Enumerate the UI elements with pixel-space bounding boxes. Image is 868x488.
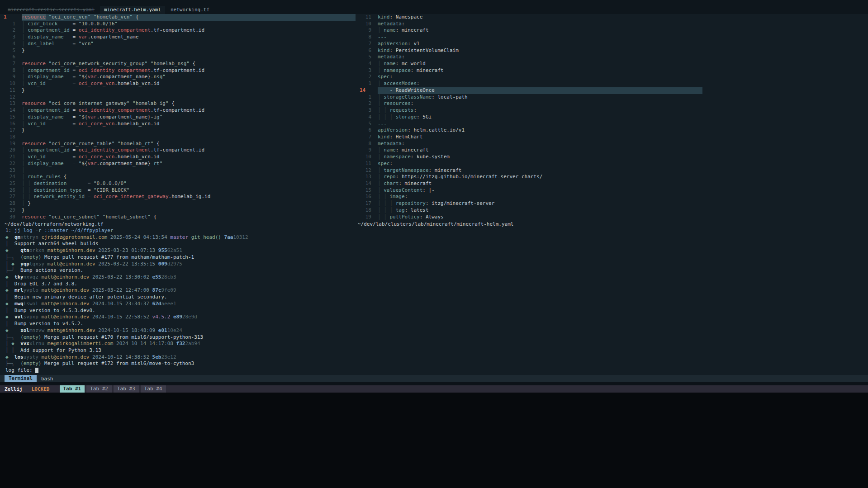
code-line[interactable]: 3│ display_name = var.compartment_name (4, 34, 356, 41)
code-line[interactable]: 7kind: HelmChart (360, 134, 702, 141)
code-line[interactable]: 14│ compartment_id = oci_identity_compar… (4, 107, 356, 114)
code-line[interactable]: 22│ display_name = "${var.compartment_na… (4, 161, 356, 167)
code-line[interactable]: 4│ name: mc-world (360, 61, 702, 67)
editor-split-minecraft-helm[interactable]: 11kind: Namespace10metadata:9│ name: min… (356, 14, 702, 227)
terminal-cursor (35, 368, 38, 373)
code-line[interactable]: 18 (4, 134, 356, 141)
line-number: 9 (360, 27, 371, 34)
terminal-pane[interactable]: 1: jj log -r ::master ~/d/ffpyplayer ◆ q… (0, 227, 868, 375)
code-line[interactable]: 12│ targetNamespace: minecraft (360, 167, 702, 174)
code-line[interactable]: 18│ │ │ tag: latest (360, 207, 702, 214)
prompt-text: log file: (5, 367, 35, 373)
code-line[interactable]: 12 (4, 94, 356, 101)
jj-log-row: ◆ vvlsvpxp matt@einhorn.dev 2024-10-15 2… (5, 314, 868, 321)
code-line[interactable]: 30resource "oci_core_subnet" "homelab_su… (4, 214, 356, 221)
line-number: 27 (4, 194, 15, 200)
code-line[interactable]: 29} (4, 207, 356, 214)
code-line[interactable]: 13resource "oci_core_internet_gateway" "… (4, 100, 356, 107)
buffer-tab-networking[interactable]: networking.tf (166, 6, 213, 14)
code-line[interactable]: 10metadata: (360, 21, 702, 28)
code-line[interactable]: 19resource "oci_core_route_table" "homel… (4, 141, 356, 147)
jj-log-row: │ Bump version to 4.5.3.dev0. (5, 308, 868, 314)
shell-prompt-line[interactable]: log file: (5, 367, 868, 374)
code-line[interactable]: 11kind: Namespace (360, 14, 702, 21)
code-text: │ accessModes: (378, 81, 702, 87)
code-text: resource "oci_core_internet_gateway" "ho… (22, 100, 356, 107)
code-text: │ vcn_id = oci_core_vcn.homelab_vcn.id (22, 81, 356, 87)
line-number: 14 (360, 180, 371, 187)
code-line[interactable]: 9│ display_name = "${var.compartment_nam… (4, 74, 356, 81)
line-number: 16 (4, 121, 15, 128)
code-line[interactable]: 4│ │ │ storage: 5Gi (360, 114, 702, 121)
code-line[interactable]: 8│ compartment_id = oci_identity_compart… (4, 67, 356, 74)
code-view-networking: 1resource "oci_core_vcn" "homelab_vcn" {… (4, 14, 356, 220)
code-line[interactable]: 4│ dns_label = "vcn" (4, 41, 356, 47)
code-line[interactable]: 1│ cidr_block = "10.0.0.0/16" (4, 21, 356, 28)
code-line[interactable]: 8--- (360, 34, 702, 41)
code-text: │ │ image: (378, 194, 702, 200)
line-number: 21 (4, 154, 15, 161)
code-line[interactable]: 1resource "oci_core_vcn" "homelab_vcn" { (4, 14, 356, 21)
code-line[interactable]: 6kind: PersistentVolumeClaim (360, 47, 702, 54)
code-line[interactable]: 9│ name: minecraft (360, 147, 702, 154)
buffer-tab-minecraft-restic-secrets[interactable]: minecraft-restic-secrets.yaml (4, 6, 99, 14)
code-line[interactable]: 13│ repo: https://itzg.github.io/minecra… (360, 174, 702, 180)
line-number: 15 (4, 114, 15, 121)
zellij-tab-2[interactable]: Tab #2 (86, 385, 112, 393)
code-line[interactable]: 19│ │ pullPolicy: Always (360, 214, 702, 221)
code-text: resource "oci_core_vcn" "homelab_vcn" { (22, 14, 356, 21)
code-line[interactable]: 23│ (4, 167, 356, 174)
code-line[interactable]: 5--- (360, 121, 702, 128)
zellij-tab-4[interactable]: Tab #4 (141, 385, 166, 393)
code-line[interactable]: 5} (4, 47, 356, 54)
code-line[interactable]: 20│ compartment_id = oci_identity_compar… (4, 147, 356, 154)
code-line[interactable]: 16│ │ image: (360, 194, 702, 200)
code-line[interactable]: 10│ vcn_id = oci_core_vcn.homelab_vcn.id (4, 81, 356, 87)
code-line[interactable]: 27│ │ network_entity_id = oci_core_inter… (4, 194, 356, 200)
buffer-tab-minecraft-helm[interactable]: minecraft-helm.yaml (100, 6, 165, 14)
code-line[interactable]: 2spec: (360, 74, 702, 81)
code-line[interactable]: 3│ │ requests: (360, 107, 702, 114)
code-line[interactable]: 24│ route_rules { (4, 174, 356, 180)
code-line[interactable]: 17│ │ │ repository: itzg/minecraft-serve… (360, 200, 702, 207)
code-line[interactable]: 15│ display_name = "${var.compartment_na… (4, 114, 356, 121)
code-line[interactable]: 11spec: (360, 161, 702, 167)
code-line[interactable]: 2│ compartment_id = oci_identity_compart… (4, 27, 356, 34)
code-line[interactable]: 6 (4, 54, 356, 61)
line-number: 3 (360, 107, 371, 114)
shell-command-line: 1: jj log -r ::master ~/d/ffpyplayer (5, 227, 868, 234)
code-line[interactable]: 1│ storageClassName: local-path (360, 94, 702, 101)
zellij-tab-3[interactable]: Tab #3 (114, 385, 139, 393)
editor-split-networking[interactable]: 1resource "oci_core_vcn" "homelab_vcn" {… (0, 14, 356, 227)
editor-bufferline: minecraft-restic-secrets.yaml minecraft-… (0, 0, 868, 14)
code-line[interactable]: 21│ vcn_id = oci_core_vcn.homelab_vcn.id (4, 154, 356, 161)
screen: minecraft-restic-secrets.yaml minecraft-… (0, 0, 868, 488)
code-text: kind: PersistentVolumeClaim (378, 47, 702, 54)
code-line[interactable]: 5metadata: (360, 54, 702, 61)
code-text: │ display_name = var.compartment_name (22, 34, 356, 41)
code-line[interactable]: 6apiVersion: helm.cattle.io/v1 (360, 127, 702, 134)
code-line[interactable]: 14│ │ - ReadWriteOnce (360, 87, 702, 94)
code-line[interactable]: 14│ chart: minecraft (360, 180, 702, 187)
code-line[interactable]: 7resource "oci_core_network_security_gro… (4, 61, 356, 67)
zellij-tab-1[interactable]: Tab #1 (60, 385, 85, 393)
code-line[interactable]: 1│ accessModes: (360, 81, 702, 87)
code-line[interactable]: 15│ valuesContent: |- (360, 187, 702, 194)
code-text: │ compartment_id = oci_identity_compartm… (22, 107, 356, 114)
code-line[interactable]: 2│ resources: (360, 100, 702, 107)
jj-log-row: ◆ tkynxvqz matt@einhorn.dev 2025-03-22 1… (5, 274, 868, 281)
code-line[interactable]: 8metadata: (360, 141, 702, 147)
jj-log-row: ◆ qtnorkxn matt@einhorn.dev 2025-03-23 0… (5, 247, 868, 254)
code-line[interactable]: 28│ } (4, 200, 356, 207)
code-line[interactable]: 10│ namespace: kube-system (360, 154, 702, 161)
zellij-statusbar: Zellij LOCKED Tab #1 Tab #2 Tab #3 Tab #… (0, 385, 868, 393)
code-line[interactable]: 16│ vcn_id = oci_core_vcn.homelab_vcn.id (4, 121, 356, 128)
code-line[interactable]: 3│ namespace: minecraft (360, 67, 702, 74)
code-line[interactable]: 7apiVersion: v1 (360, 41, 702, 47)
line-number: 4 (360, 61, 371, 67)
code-line[interactable]: 26│ │ destination_type = "CIDR_BLOCK" (4, 187, 356, 194)
code-line[interactable]: 17} (4, 127, 356, 134)
code-line[interactable]: 25│ │ destination = "0.0.0.0/0" (4, 180, 356, 187)
code-line[interactable]: 11} (4, 87, 356, 94)
code-line[interactable]: 9│ name: minecraft (360, 27, 702, 34)
